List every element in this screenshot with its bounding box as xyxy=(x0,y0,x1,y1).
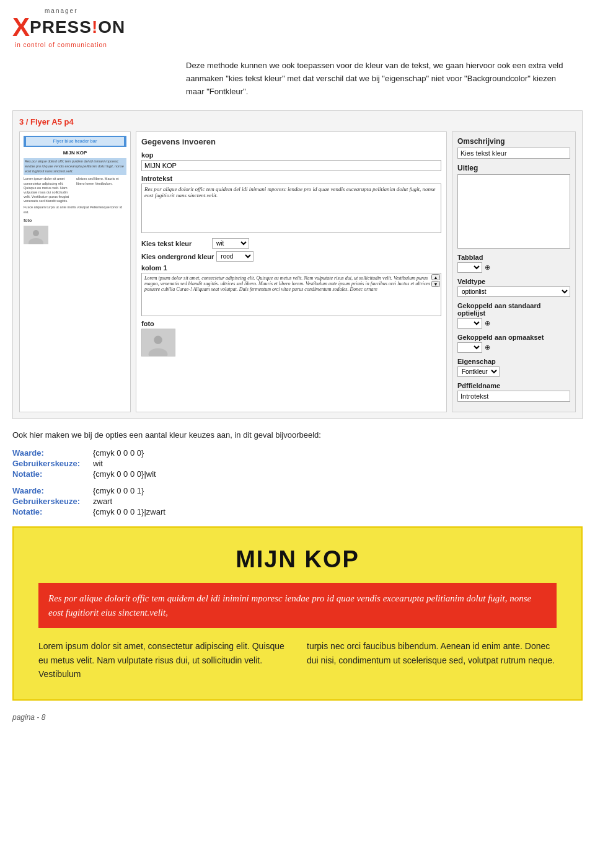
gekoppeld-optielijst-section: Gekoppeld aan standaard optielijst ⊕ xyxy=(457,302,570,329)
preview-col2: ultrices sed libero. Mauris et libero lo… xyxy=(76,177,126,203)
preview-header: Flyer blue header bar xyxy=(24,136,126,147)
kolom1-scroll-down[interactable]: ▼ xyxy=(431,281,440,287)
notatie-val-2: {cmyk 0 0 0 1}|zwart xyxy=(93,507,165,516)
flyer-red-block: Res por alique dolorit offic tem quidem … xyxy=(38,583,557,628)
pdffieldname-value: Introtekst xyxy=(457,391,570,402)
flyer-columns: Lorem ipsum dolor sit amet, consectetur … xyxy=(38,639,557,681)
kies-ondergrond-label: Kies ondergrond kleur xyxy=(141,253,214,260)
omschrijving-title: Omschrijving xyxy=(457,137,570,146)
right-panel: Omschrijving Kies tekst kleur Uitleg Tab… xyxy=(452,131,576,412)
flyer-red-text: Res por alique dolorit offic tem quidem … xyxy=(48,591,547,619)
kolom1-scroll-up[interactable]: ▲ xyxy=(431,274,440,280)
below-content: Ook hier maken we bij de opties een aant… xyxy=(12,429,583,516)
header: manager X PRESS!ON in control of communi… xyxy=(0,0,595,53)
kies-tekst-kleur-row: Kies tekst kleur wit xyxy=(141,238,441,249)
middle-form-panel: Gegevens invoeren kop Introtekst Res por… xyxy=(136,131,447,412)
notatie-label-1: Notatie: xyxy=(12,469,93,479)
svg-point-4 xyxy=(154,336,162,344)
logo: manager X PRESS!ON in control of communi… xyxy=(12,7,125,48)
eigenschap-row: Fontkleur xyxy=(457,366,570,377)
eigenschap-label: Eigenschap xyxy=(457,358,570,365)
uitleg-title: Uitleg xyxy=(457,164,570,172)
omschrijving-value: Kies tekst kleur xyxy=(457,148,570,159)
foto-label-preview: foto xyxy=(24,218,126,224)
preview-col1: Lorem ipsum dolor sit amet consectetur a… xyxy=(24,177,74,203)
gekoppeld-optielijst-label: Gekoppeld aan standaard optielijst xyxy=(457,302,570,317)
waarde-label-2: Waarde: xyxy=(12,486,93,495)
flyer-col1: Lorem ipsum dolor sit amet, consectetur … xyxy=(38,639,288,681)
form-title: Gegevens invoeren xyxy=(141,137,441,146)
kies-tekst-kleur-select[interactable]: wit xyxy=(212,238,249,249)
eigenschap-select[interactable]: Fontkleur xyxy=(457,366,500,377)
svg-point-1 xyxy=(33,230,39,236)
waarde-val-2: {cmyk 0 0 0 1} xyxy=(93,486,144,495)
gekoppeld-opmaakset-arrows: ⊕ xyxy=(485,343,490,352)
gebruiker-val-2: zwart xyxy=(93,497,112,506)
gekoppeld-optielijst-row: ⊕ xyxy=(457,318,570,329)
gekoppeld-opmaakset-row: ⊕ xyxy=(457,342,570,353)
flyer-title: 3 / Flyer A5 p4 xyxy=(19,117,576,126)
gebruiker-label-2: Gebruikerskeuze: xyxy=(12,497,93,506)
gekoppeld-opmaakset-select[interactable] xyxy=(457,342,482,353)
logo-xpression: X PRESS!ON xyxy=(12,14,125,40)
preview-col-text: Lorem ipsum dolor sit amet consectetur a… xyxy=(24,177,126,203)
uitleg-box xyxy=(457,174,570,249)
flyer-big-title: MIJN KOP xyxy=(38,546,557,573)
waarde-val-1: {cmyk 0 0 0 0} xyxy=(93,448,144,458)
preview-footer: Fusce aliquam turpis ut ante mollis volu… xyxy=(24,205,126,215)
logo-tagline: in control of communication xyxy=(15,42,107,48)
preview-italic-block: Res por alique dolorit offic tem quidem … xyxy=(24,158,126,175)
foto-placeholder-form xyxy=(141,329,175,356)
gebruiker-val-1: wit xyxy=(93,459,103,468)
veldtype-label: Veldtype xyxy=(457,278,570,285)
main-section: 3 / Flyer A5 p4 Flyer blue header bar MI… xyxy=(12,110,583,419)
color-entry-2-waarde: Waarde: {cmyk 0 0 0 1} xyxy=(12,486,583,495)
tabblad-select-row: ⊕ xyxy=(457,262,570,273)
color-entry-2-notatie: Notatie: {cmyk 0 0 0 1}|zwart xyxy=(12,507,583,516)
kies-ondergrond-select[interactable]: rood xyxy=(216,251,253,262)
gekoppeld-opmaakset-label: Gekoppeld aan opmaakset xyxy=(457,334,570,341)
color-entry-2-gebruiker: Gebruikerskeuze: zwart xyxy=(12,497,583,506)
flyer-big-preview: MIJN KOP Res por alique dolorit offic te… xyxy=(12,526,583,701)
flyer-col2: turpis nec orci faucibus bibendum. Aenea… xyxy=(307,639,557,681)
veldtype-section: Veldtype optionlist xyxy=(457,278,570,297)
preview-mijn-kop: MIJN KOP xyxy=(24,149,126,156)
kolom1-input[interactable]: Lorem ipsum dolor sit amet, consectetur … xyxy=(141,273,441,316)
tabblad-label: Tabblad xyxy=(457,254,570,261)
kop-label: kop xyxy=(141,151,441,159)
kies-tekst-kleur-label: Kies tekst kleur xyxy=(141,240,209,247)
notatie-val-1: {cmyk 0 0 0 0}|wit xyxy=(93,469,156,479)
omschrijving-section: Omschrijving Kies tekst kleur xyxy=(457,137,570,159)
color-entry-1-gebruiker: Gebruikerskeuze: wit xyxy=(12,459,583,468)
kolom1-label: kolom 1 xyxy=(141,264,441,272)
eigenschap-section: Eigenschap Fontkleur xyxy=(457,358,570,377)
left-preview-panel: Flyer blue header bar MIJN KOP Res por a… xyxy=(19,131,131,412)
logo-x-letter: X xyxy=(12,14,30,40)
logo-manager-text: manager xyxy=(45,7,77,14)
color-table: Waarde: {cmyk 0 0 0 0} Gebruikerskeuze: … xyxy=(12,448,583,516)
gebruiker-label-1: Gebruikerskeuze: xyxy=(12,459,93,468)
below-intro-text: Ook hier maken we bij de opties een aant… xyxy=(12,429,583,442)
foto-section: foto xyxy=(24,218,126,245)
color-entry-1-waarde: Waarde: {cmyk 0 0 0 0} xyxy=(12,448,583,458)
kop-input[interactable] xyxy=(141,160,441,171)
preview-body: Flyer blue header bar MIJN KOP Res por a… xyxy=(24,136,126,244)
waarde-label-1: Waarde: xyxy=(12,448,93,458)
tabblad-select[interactable] xyxy=(457,262,482,273)
intro-text-block: Deze methode kunnen we ook toepassen voo… xyxy=(186,60,570,98)
pdffieldname-section: Pdffieldname Introtekst xyxy=(457,382,570,402)
notatie-label-2: Notatie: xyxy=(12,507,93,516)
preview-foto-placeholder xyxy=(24,226,48,244)
uitleg-section: Uitleg xyxy=(457,164,570,249)
kies-ondergrond-row: Kies ondergrond kleur rood xyxy=(141,251,441,262)
gekoppeld-optielijst-select[interactable] xyxy=(457,318,482,329)
gekoppeld-optielijst-arrows: ⊕ xyxy=(485,319,490,327)
logo-pression-text: PRESS!ON xyxy=(30,17,125,37)
page-number: pagina - 8 xyxy=(12,713,583,722)
kop-field-group: kop xyxy=(141,151,441,171)
veldtype-select[interactable]: optionlist xyxy=(457,286,570,297)
color-entry-1-notatie: Notatie: {cmyk 0 0 0 0}|wit xyxy=(12,469,583,479)
pdffieldname-label: Pdffieldname xyxy=(457,382,570,389)
introtekst-input[interactable]: Res por alique dolorit offic tem quidem … xyxy=(141,184,441,233)
tabblad-section: Tabblad ⊕ xyxy=(457,254,570,273)
